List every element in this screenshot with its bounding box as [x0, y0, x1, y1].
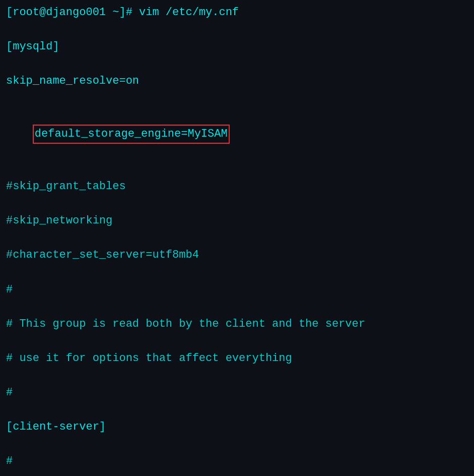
terminal-window: [root@django001 ~]# vim /etc/my.cnf [mys…	[0, 0, 474, 476]
highlighted-text: default_storage_engine=MyISAM	[33, 125, 230, 144]
line-hash1: #	[6, 281, 468, 299]
line-hash3: #	[6, 453, 468, 470]
line-mysqld: [mysqld]	[6, 38, 468, 55]
line-default-storage: default_storage_engine=MyISAM	[6, 107, 468, 161]
line-skip-net: #skip_networking	[6, 212, 468, 229]
line-comment-both: # This group is read both by the client …	[6, 316, 468, 333]
line-hash2: #	[6, 384, 468, 401]
line-client-server: [client-server]	[6, 419, 468, 436]
line-charset: #character_set_server=utf8mb4	[6, 247, 468, 264]
line-skip-grant: #skip_grant_tables	[6, 178, 468, 195]
line-prompt-vim: [root@django001 ~]# vim /etc/my.cnf	[6, 4, 468, 21]
line-skip-name: skip_name_resolve=on	[6, 73, 468, 90]
line-comment-use: # use it for options that affect everyth…	[6, 350, 468, 367]
